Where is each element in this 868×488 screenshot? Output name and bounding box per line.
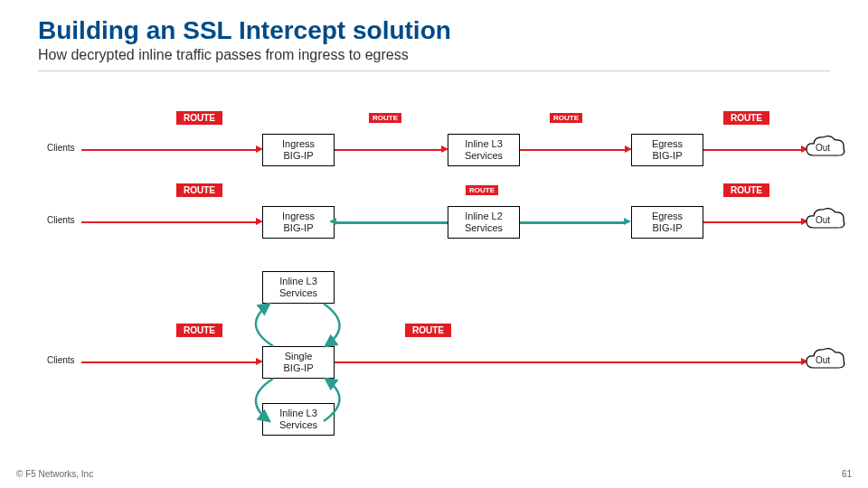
- route-tag-r2-4: ROUTE: [723, 183, 769, 197]
- box-egress-r2: Egress BIG-IP: [631, 206, 703, 239]
- loop-top: [233, 298, 360, 352]
- clients-label-1: Clients: [47, 143, 75, 153]
- edge-r1-ingress-l3: [335, 149, 443, 151]
- out-label-3: Out: [816, 355, 830, 365]
- edge-r2-egress-out: [703, 221, 803, 223]
- edge-r2-clients-ingress: [81, 221, 258, 223]
- footer-copyright: © F5 Networks, Inc: [16, 469, 93, 479]
- arrow-r2-l2-l: [329, 218, 336, 225]
- page-title: Building an SSL Intercept solution: [38, 16, 451, 45]
- loop-bottom: [233, 374, 360, 428]
- box-ingress-r2: Ingress BIG-IP: [262, 206, 335, 239]
- route-tag-r1-2: ROUTE: [369, 113, 401, 123]
- route-tag-r3-2: ROUTE: [405, 324, 451, 337]
- edge-r1-l3-egress: [520, 149, 627, 151]
- edge-r1-clients-ingress: [81, 149, 258, 151]
- clients-label-2: Clients: [47, 215, 75, 225]
- route-tag-r2-mid: ROUTE: [466, 185, 498, 195]
- out-label-1: Out: [816, 143, 830, 153]
- route-tag-r3-1: ROUTE: [176, 324, 222, 337]
- arrow-r2-l2-r: [624, 218, 631, 225]
- edge-r1-egress-out: [703, 149, 803, 151]
- box-l2-r2: Inline L2 Services: [448, 206, 520, 239]
- edge-r3-single-out: [335, 361, 803, 363]
- header-divider: [38, 70, 830, 71]
- clients-label-3: Clients: [47, 355, 75, 365]
- route-tag-r2-1: ROUTE: [176, 183, 222, 197]
- box-egress-r1: Egress BIG-IP: [631, 134, 703, 166]
- edge-r3-clients-single: [81, 361, 258, 363]
- route-tag-r1-4: ROUTE: [723, 111, 769, 125]
- page-subtitle: How decrypted inline traffic passes from…: [38, 47, 409, 63]
- route-tag-r1-1: ROUTE: [176, 111, 222, 125]
- box-l3-r1: Inline L3 Services: [448, 134, 520, 166]
- route-tag-r1-3: ROUTE: [550, 113, 582, 123]
- footer-page-number: 61: [842, 469, 852, 479]
- out-label-2: Out: [816, 215, 830, 225]
- box-ingress-r1: Ingress BIG-IP: [262, 134, 335, 166]
